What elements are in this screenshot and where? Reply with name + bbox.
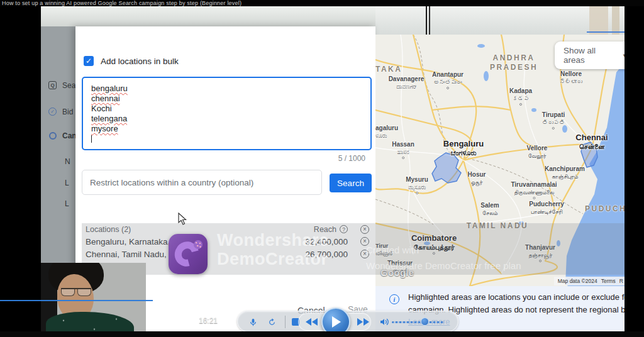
chrome-stripe	[612, 6, 619, 35]
video-frame[interactable]: Q Sea ✓ Bid Can N L L ✓ Add locations in…	[41, 6, 625, 331]
textarea-line: mysore	[91, 124, 118, 134]
city-label-coimbatore: Coimbatoreகோயம்புத்தூர்	[411, 234, 457, 255]
character-counter: 5 / 1000	[338, 154, 365, 163]
fast-forward-icon	[357, 318, 370, 326]
player-controls-bar	[237, 311, 458, 332]
checkbox-checked-icon[interactable]: ✓	[84, 56, 94, 66]
info-line-1: Highlighted areas are locations you can …	[408, 291, 625, 304]
letterbox-left	[0, 6, 41, 331]
mic-icon	[248, 318, 258, 327]
search-step-icon: Q	[48, 80, 57, 90]
city-label: Hassanಹಾಸನ	[392, 141, 414, 159]
presenter-shirt	[46, 312, 134, 331]
city-label: Mysuruಮೈಸೂರು	[406, 176, 428, 194]
locations-table: Locations (2) Reach ? × Bengaluru, Karna…	[82, 223, 372, 260]
restart-button[interactable]	[264, 311, 279, 333]
map-attribution: Map data ©2024 Terms R	[554, 277, 625, 285]
play-icon	[331, 316, 341, 328]
bulk-checkbox-label: Add locations in bulk	[101, 57, 179, 66]
chrome-stripe	[426, 6, 427, 35]
textarea-line: chennai	[91, 94, 120, 104]
remove-location-icon[interactable]: ×	[360, 250, 369, 258]
state-label: ANDHRA PRADESH	[482, 53, 545, 72]
text-cursor	[91, 135, 92, 143]
remove-all-locations-icon[interactable]: ×	[360, 225, 369, 234]
city-label: Salemசேலம்	[480, 202, 499, 217]
letterbox-right	[625, 6, 644, 331]
speaker-icon	[379, 318, 389, 326]
mic-button[interactable]	[245, 311, 260, 333]
state-label: TAMIL NADU	[467, 221, 529, 231]
state-label: TAKA	[375, 65, 402, 74]
terms-link[interactable]: Terms	[601, 278, 616, 284]
bottom-letterbox	[0, 331, 644, 337]
city-label: Kanchipuramகாஞ்சிபுரம்	[545, 165, 585, 180]
city-label: Hosurஓசூர்	[468, 171, 486, 186]
city-label: Tirurതിരൂർ	[375, 242, 392, 257]
presenter-webcam	[41, 263, 146, 331]
report-link[interactable]: R	[619, 278, 623, 284]
textarea-line: Kochi	[91, 104, 112, 114]
sidebar-subitem[interactable]: N	[65, 157, 70, 166]
forward-button[interactable]	[352, 311, 375, 333]
rewind-icon	[306, 318, 318, 326]
city-label: Puducherryபாண்டிச்சேரி	[529, 201, 564, 216]
city-label: Nelloreనెల్లూరు	[560, 70, 582, 86]
browser-chrome-blur	[41, 6, 375, 26]
rewind-button[interactable]	[301, 311, 323, 333]
state-label: PUDUCHERRY	[585, 204, 625, 214]
city-label-chennai: Chennaiசென்னை	[575, 133, 608, 151]
info-icon: i	[389, 294, 399, 304]
volume-slider-knob[interactable]	[421, 318, 429, 326]
bulk-locations-textarea[interactable]: bengaluru chennai Kochi telengana mysore	[82, 77, 372, 150]
sidebar-item-bidding[interactable]: ✓ Bid	[48, 107, 73, 116]
sidebar-subitem[interactable]: L	[65, 199, 69, 208]
browser-chrome-blur-right	[375, 6, 625, 35]
playback-time: 16:21	[199, 316, 218, 325]
democreator-logo-icon	[169, 234, 208, 274]
remove-location-icon[interactable]: ×	[360, 237, 369, 246]
video-title: How to set up a winning AI powered Googl…	[2, 0, 242, 6]
search-button[interactable]: Search	[330, 174, 372, 192]
chrome-stripe	[589, 6, 608, 35]
location-reach: 26,700,000	[290, 250, 348, 259]
video-progress-bar[interactable]	[0, 300, 153, 301]
mouse-cursor	[178, 213, 188, 228]
city-label: Anantapurఅనంతపురం	[432, 71, 464, 89]
radio-circle-icon	[48, 131, 57, 140]
restart-icon	[267, 318, 277, 327]
presenter-glasses	[61, 288, 91, 296]
location-reach: 32,400,000	[290, 237, 348, 246]
chrome-stripe	[429, 6, 430, 35]
reach-header-label: Reach	[314, 225, 336, 234]
help-icon[interactable]: ?	[340, 225, 348, 233]
city-label: Velloreவேலூர்	[527, 145, 548, 160]
sidebar-item-search[interactable]: Q Sea	[48, 80, 75, 90]
sidebar-subitem[interactable]: L	[65, 179, 69, 187]
city-label: Tirupatiతిరుపతి	[542, 111, 565, 130]
video-player-window: How to set up a winning AI powered Googl…	[0, 0, 644, 337]
map-data-label: Map data ©2024	[558, 278, 597, 284]
country-restrict-input[interactable]	[82, 170, 322, 195]
sidebar-item-campaign[interactable]: Can	[48, 131, 77, 140]
check-circle-icon: ✓	[48, 107, 57, 116]
city-label: agaluruಳೂರು	[375, 124, 398, 140]
volume-button[interactable]	[377, 311, 391, 333]
volume-slider[interactable]	[392, 321, 445, 323]
show-all-areas-dropdown[interactable]: Show all areas ▼	[555, 41, 625, 69]
city-label: Kadapaకడప	[509, 87, 532, 106]
bulk-locations-checkbox-row[interactable]: ✓ Add locations in bulk	[84, 56, 179, 66]
textarea-line: telengana	[91, 114, 127, 124]
table-row: Bengaluru, Karnataka, India city 32,400,…	[82, 235, 372, 248]
google-maps-logo: Google	[380, 267, 414, 278]
city-label-bengaluru: Bengaluruಬೆಂಗಳೂರು	[443, 140, 484, 157]
google-map[interactable]: TAKA ANDHRA PRADESH PUDUCHERRY TAMIL NAD…	[375, 35, 625, 286]
city-label: Tiruvannamalaiதிருவண்ணாமலை	[511, 181, 557, 199]
table-row: Chennai, Tamil Nadu, India city 26,700,0…	[82, 248, 372, 260]
city-label: Davanagereದಾವಣಗೆರೆ	[389, 75, 425, 91]
locations-table-header: Locations (2) Reach ? ×	[82, 223, 372, 235]
chrome-stripe	[587, 31, 625, 33]
city-label: Thanjavurதஞ்சாவூர்	[525, 244, 555, 262]
divider	[285, 316, 286, 328]
textarea-line: bengaluru	[91, 84, 128, 94]
